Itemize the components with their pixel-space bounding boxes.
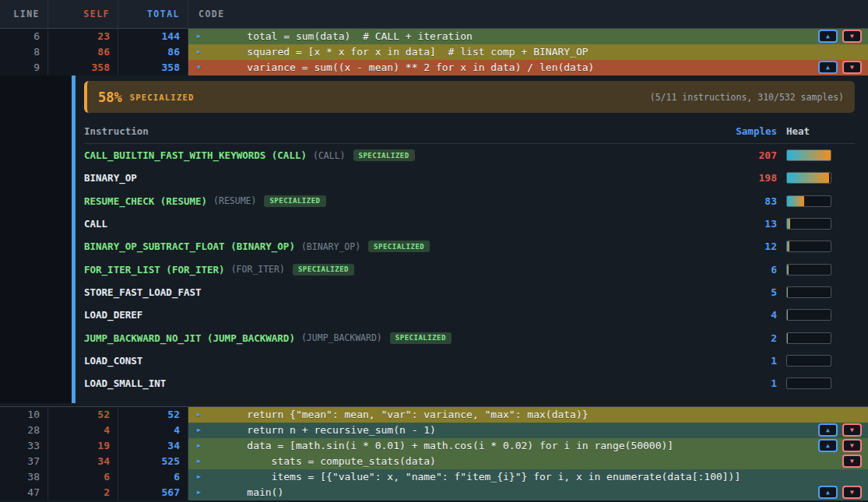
instruction-name: LOAD_SMALL_INT (84, 377, 166, 389)
sample-count: 83 (730, 195, 777, 207)
code-cell[interactable]: ▶ main() ▲ ▼ (188, 485, 868, 500)
instruction-name: FOR_ITER_LIST (FOR_ITER) (84, 264, 225, 276)
code-cell[interactable]: ▶ return n + recursive_sum(n - 1) ▲ ▼ (188, 423, 868, 438)
instruction-name: CALL_BUILTIN_FAST_WITH_KEYWORDS (CALL) (84, 149, 307, 161)
expander-icon[interactable]: ▶ (197, 407, 201, 423)
self-samples: 6 (48, 469, 118, 485)
expander-icon[interactable]: ▶ (197, 485, 201, 500)
instruction-row: BINARY_OP 198 (84, 167, 855, 189)
total-samples: 144 (118, 29, 188, 44)
base-opcode: (FOR_ITER) (231, 264, 285, 275)
move-line-down-button[interactable]: ▼ (842, 61, 862, 74)
move-line-up-button[interactable]: ▲ (818, 423, 838, 437)
code-cell[interactable]: ▶ data = [math.sin(i * 0.01) + math.cos(… (188, 438, 868, 454)
instruction-row: RESUME_CHECK (RESUME) (RESUME) SPECIALIZ… (84, 190, 855, 212)
instruction-name: LOAD_CONST (84, 355, 142, 367)
expander-icon[interactable]: ▶ (197, 438, 201, 454)
panel-content: 58% SPECIALIZED (5/11 instructions, 310/… (84, 75, 855, 395)
expander-icon[interactable]: ▶ (197, 44, 201, 60)
heat-bar-fill (787, 333, 788, 343)
move-line-up-button[interactable]: ▲ (818, 30, 838, 43)
source-code: squared = [x * x for x in data] # list c… (188, 44, 868, 60)
expander-icon[interactable]: ▶ (197, 469, 201, 485)
self-samples: 52 (48, 407, 118, 423)
move-line-down-button[interactable]: ▼ (842, 30, 862, 43)
row-move-buttons: ▲ ▼ (818, 423, 862, 437)
heat-bar-cell (777, 377, 855, 389)
expander-icon[interactable]: ▶ (197, 423, 201, 438)
total-samples: 567 (118, 485, 188, 500)
instruction-detail-panel: 58% SPECIALIZED (5/11 instructions, 310/… (0, 75, 868, 406)
down-arrow-icon: ▼ (850, 490, 854, 496)
code-cell[interactable]: ▶ items = [{"value": x, "name": f"item_{… (188, 469, 868, 485)
expander-icon[interactable]: ▶ (197, 29, 201, 44)
instruction-row: LOAD_DEREF 4 (84, 304, 855, 326)
line-number: 33 (0, 438, 48, 454)
heat-bar (786, 149, 831, 161)
line-number: 8 (0, 44, 48, 60)
sample-count: 13 (730, 218, 777, 230)
self-samples: 34 (48, 454, 118, 469)
instruction-col-header: Instruction (84, 125, 730, 137)
sample-count: 1 (730, 377, 777, 389)
code-line-row-33: 33 19 34 ▶ data = [math.sin(i * 0.01) + … (0, 438, 868, 454)
heat-bar-fill (787, 173, 829, 183)
source-code: data = [math.sin(i * 0.01) + math.cos(i … (188, 438, 868, 454)
instruction-row: FOR_ITER_LIST (FOR_ITER) (FOR_ITER) SPEC… (84, 258, 855, 280)
code-line-row-28: 28 4 4 ▶ return n + recursive_sum(n - 1)… (0, 423, 868, 438)
line-number: 28 (0, 423, 48, 438)
col-header-self: SELF (48, 0, 118, 28)
specialized-badge: SPECIALIZED (390, 332, 452, 344)
sample-count: 2 (730, 332, 777, 344)
specialized-badge: SPECIALIZED (293, 264, 354, 276)
code-line-row-47: 47 2 567 ▶ main() ▲ ▼ (0, 485, 868, 500)
move-line-down-button[interactable]: ▼ (842, 439, 862, 452)
down-arrow-icon: ▼ (850, 427, 854, 434)
row-move-buttons: ▲ ▼ (818, 61, 862, 74)
line-number: 47 (0, 485, 48, 500)
sample-count: 12 (730, 240, 777, 252)
specialized-percent: 58% (98, 90, 122, 105)
self-samples: 19 (48, 438, 118, 454)
heat-bar (786, 332, 831, 344)
instruction-row: LOAD_SMALL_INT 1 (84, 372, 855, 395)
heat-bar (786, 286, 831, 298)
move-line-up-button[interactable]: ▲ (818, 61, 838, 74)
code-cell[interactable]: ▼ variance = sum((x - mean) ** 2 for x i… (188, 60, 868, 75)
move-line-down-button[interactable]: ▼ (842, 423, 862, 437)
move-line-down-button[interactable]: ▼ (842, 486, 862, 499)
specialization-banner: 58% SPECIALIZED (5/11 instructions, 310/… (84, 81, 855, 113)
instruction-name: JUMP_BACKWARD_NO_JIT (JUMP_BACKWARD) (84, 332, 295, 344)
total-samples: 86 (118, 44, 188, 60)
base-opcode: (BINARY_OP) (301, 241, 360, 252)
heat-bar (786, 240, 831, 252)
code-cell[interactable]: ▶ stats = compute_stats(data) ▼ (188, 454, 868, 469)
collapse-expander-icon[interactable]: ▼ (197, 60, 201, 75)
move-line-up-button[interactable]: ▲ (818, 439, 838, 452)
line-number: 10 (0, 407, 48, 423)
code-line-row-38: 38 6 6 ▶ items = [{"value": x, "name": f… (0, 469, 868, 485)
total-samples: 4 (118, 423, 188, 438)
row-move-buttons: ▲ ▼ (818, 439, 862, 452)
code-cell[interactable]: ▶ total = sum(data) # CALL + iteration ▲… (188, 29, 868, 44)
code-line-row-37: 37 34 525 ▶ stats = compute_stats(data) … (0, 454, 868, 469)
move-line-up-button[interactable]: ▲ (818, 486, 838, 499)
sample-count: 207 (730, 149, 777, 161)
self-samples: 4 (48, 423, 118, 438)
code-cell[interactable]: ▶ squared = [x * x for x in data] # list… (188, 44, 868, 60)
code-cell[interactable]: ▶ return {"mean": mean, "var": variance,… (188, 407, 868, 423)
source-code: stats = compute_stats(data) (188, 454, 868, 469)
specialized-badge: SPECIALIZED (368, 240, 430, 252)
instruction-name: STORE_FAST_LOAD_FAST (84, 286, 202, 298)
up-arrow-icon: ▲ (826, 490, 830, 496)
heat-bar-cell (777, 264, 855, 276)
expander-icon[interactable]: ▶ (197, 454, 201, 469)
row-move-buttons: ▲ ▼ (818, 486, 862, 499)
self-samples: 23 (48, 29, 118, 44)
sample-count: 5 (730, 286, 777, 298)
heat-bar-fill (787, 241, 789, 251)
heat-bar-cell (777, 195, 855, 207)
move-line-down-button[interactable]: ▼ (842, 455, 862, 468)
heat-bar-fill (787, 219, 790, 229)
down-arrow-icon: ▼ (850, 65, 854, 71)
